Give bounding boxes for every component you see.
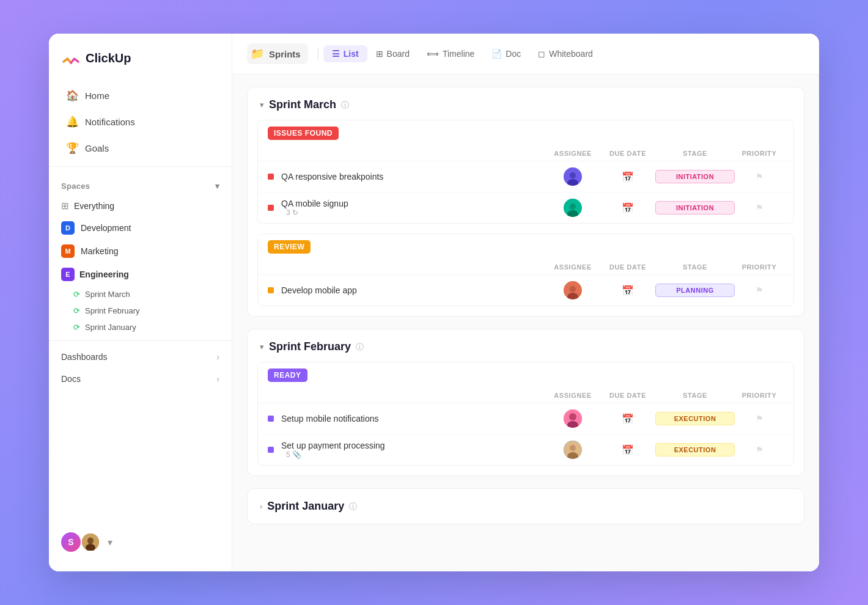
sprint-february-info-icon[interactable]: ⓘ [356,342,364,353]
sidebar-item-home[interactable]: 🏠 Home [54,83,227,108]
col-due-header: DUE DATE [600,263,655,271]
tab-list[interactable]: ☰ List [323,45,367,62]
development-label: Development [81,223,131,233]
sprint-march-icon: ⟳ [73,290,80,299]
avatar-user-face [82,534,99,551]
col-stage-header: STAGE [655,392,735,399]
flag-icon[interactable]: ⚑ [735,172,784,182]
task-row[interactable]: Set up payment processing 5 📎 📅 [258,435,793,465]
tab-whiteboard[interactable]: ◻ Whiteboard [529,45,601,62]
development-badge: D [61,221,75,235]
avatar-user[interactable] [81,532,100,552]
task-assignee [545,409,600,428]
sprint-march-toggle[interactable]: ▾ [260,100,264,109]
col-stage-header: STAGE [655,263,735,271]
svg-point-10 [570,286,576,292]
folder-button[interactable]: 📁 Sprints [247,43,308,64]
app-container: ClickUp 🏠 Home 🔔 Notifications 🏆 Goals S… [49,34,819,571]
task-due: 📅 [600,202,655,214]
topbar-divider [318,48,318,60]
flag-icon[interactable]: ⚑ [735,445,784,455]
sidebar-item-docs[interactable]: Docs › [49,368,232,390]
main-content: 📁 Sprints ☰ List ⊞ Board ⟺ Timeline 📄 Do… [232,34,819,571]
task-stage: PLANNING [655,284,735,297]
group-issues-found: ISSUES FOUND ASSIGNEE DUE DATE STAGE PRI… [257,120,794,224]
footer-chevron-icon[interactable]: ▾ [108,537,112,548]
calendar-icon[interactable]: 📅 [600,413,655,425]
task-assignee [545,441,600,459]
spaces-section-header[interactable]: Spaces ▾ [49,172,232,196]
tab-timeline[interactable]: ⟺ Timeline [418,45,483,62]
sidebar-item-goals[interactable]: 🏆 Goals [54,136,227,161]
col-assignee-header: ASSIGNEE [545,150,600,157]
sidebar-item-engineering[interactable]: E Engineering [61,263,232,286]
sidebar-item-sprint-march[interactable]: ⟳ Sprint March [61,286,232,302]
sidebar-item-dashboards[interactable]: Dashboards › [49,346,232,368]
everything-label: Everything [74,201,114,211]
engineering-badge: E [61,268,75,281]
col-stage-header: STAGE [655,150,735,157]
doc-icon: 📄 [491,49,502,59]
task-due: 📅 [600,413,655,425]
task-meta: 5 📎 [286,450,545,459]
ready-col-headers: ASSIGNEE DUE DATE STAGE PRIORITY [258,388,793,403]
task-row[interactable]: Setup mobile notifications 📅 EXECUTION [258,403,793,435]
flag-icon[interactable]: ⚑ [735,203,784,213]
task-row[interactable]: QA responsive breakpoints 📅 INITIATION [258,161,793,193]
sprint-january-info-icon[interactable]: ⓘ [349,501,357,512]
sidebar-item-sprint-february[interactable]: ⟳ Sprint February [61,302,232,319]
sprint-february-toggle[interactable]: ▾ [260,342,264,351]
sidebar-footer: S ▾ [49,522,232,562]
sprint-january-header[interactable]: › Sprint January ⓘ [248,489,804,524]
task-row[interactable]: Develop mobile app 📅 PLANNING [258,275,793,306]
sidebar-item-sprint-january[interactable]: ⟳ Sprint January [61,319,232,336]
svg-point-7 [570,204,576,210]
flag-icon[interactable]: ⚑ [735,414,784,424]
nav-notifications-label: Notifications [85,117,135,127]
task-priority: ⚑ [735,414,784,424]
svg-point-1 [87,538,94,544]
sidebar-item-notifications[interactable]: 🔔 Notifications [54,109,227,134]
spaces-label: Spaces [61,182,90,191]
calendar-icon[interactable]: 📅 [600,171,655,183]
task-name: QA mobile signup 3 ↻ [281,199,545,217]
flag-icon[interactable]: ⚑ [735,285,784,295]
sprint-january-toggle[interactable]: › [260,502,262,511]
avatar-s[interactable]: S [61,532,81,552]
task-priority: ⚑ [735,285,784,295]
group-ready-header: READY [258,362,793,388]
chevron-right-docs-icon: › [216,374,219,384]
stage-badge-execution: EXECUTION [655,443,735,457]
calendar-icon[interactable]: 📅 [600,285,655,296]
col-due-header: DUE DATE [600,392,655,399]
sidebar-item-development[interactable]: D Development [49,216,232,240]
trophy-icon: 🏆 [66,142,79,155]
tab-list-label: List [344,49,359,59]
stage-badge-planning: PLANNING [655,284,735,297]
calendar-icon[interactable]: 📅 [600,202,655,214]
sprint-february-title: Sprint February [269,340,351,353]
sprint-march-info-icon[interactable]: ⓘ [341,100,349,111]
col-priority-header: PRIORITY [735,263,784,271]
task-name: QA responsive breakpoints [281,172,545,182]
nav-goals-label: Goals [85,143,109,153]
tab-board[interactable]: ⊞ Board [367,45,418,62]
clickup-logo-icon [61,48,81,68]
calendar-icon[interactable]: 📅 [600,444,655,456]
tab-doc[interactable]: 📄 Doc [483,45,529,62]
task-dot-purple [268,447,274,453]
col-assignee-header: ASSIGNEE [545,392,600,399]
task-stage: INITIATION [655,201,735,215]
sidebar-item-marketing[interactable]: M Marketing [49,240,232,263]
assignee-avatar [564,199,582,217]
chevron-right-dashboards-icon: › [216,352,219,362]
assignee-avatar [564,409,582,428]
task-dot-red [268,205,274,211]
group-review: REVIEW ASSIGNEE DUE DATE STAGE PRIORITY … [257,233,794,306]
sidebar: ClickUp 🏠 Home 🔔 Notifications 🏆 Goals S… [49,34,232,571]
sidebar-item-everything[interactable]: ⊞ Everything [49,196,232,216]
sprint-january-icon: ⟳ [73,323,80,332]
task-row[interactable]: QA mobile signup 3 ↻ 📅 INITIATIO [258,193,793,223]
sidebar-divider-2 [49,340,232,341]
task-meta: 3 ↻ [286,208,545,217]
